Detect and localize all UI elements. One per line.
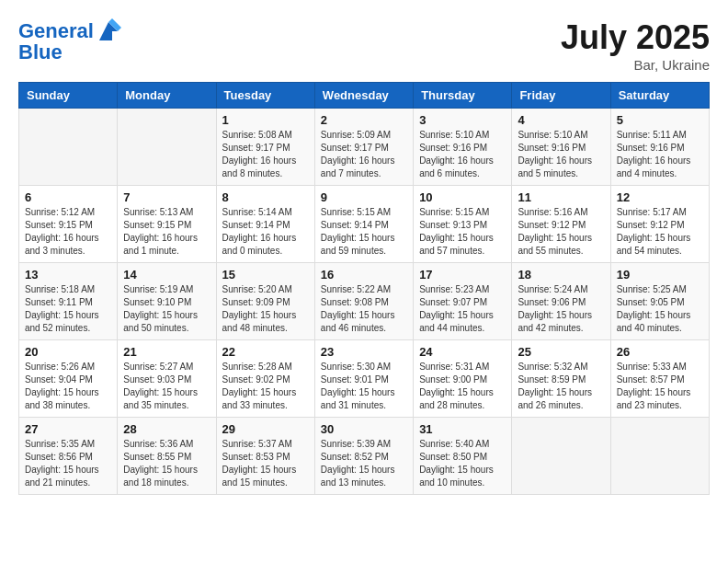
- day-info: Sunrise: 5:33 AM Sunset: 8:57 PM Dayligh…: [617, 361, 703, 412]
- weekday-header-friday: Friday: [512, 83, 610, 109]
- day-number: 5: [617, 113, 703, 127]
- day-info: Sunrise: 5:10 AM Sunset: 9:16 PM Dayligh…: [419, 129, 506, 180]
- calendar-cell: 10Sunrise: 5:15 AM Sunset: 9:13 PM Dayli…: [414, 186, 512, 263]
- day-number: 3: [419, 113, 506, 127]
- day-info: Sunrise: 5:39 AM Sunset: 8:52 PM Dayligh…: [321, 438, 407, 489]
- calendar-cell: 5Sunrise: 5:11 AM Sunset: 9:16 PM Daylig…: [610, 109, 709, 186]
- day-info: Sunrise: 5:31 AM Sunset: 9:00 PM Dayligh…: [419, 361, 506, 412]
- day-info: Sunrise: 5:36 AM Sunset: 8:55 PM Dayligh…: [123, 438, 210, 489]
- logo-icon: [96, 18, 121, 44]
- calendar-cell: 22Sunrise: 5:28 AM Sunset: 9:02 PM Dayli…: [216, 340, 314, 418]
- calendar-cell: 20Sunrise: 5:26 AM Sunset: 9:04 PM Dayli…: [19, 340, 118, 418]
- day-info: Sunrise: 5:16 AM Sunset: 9:12 PM Dayligh…: [518, 206, 604, 258]
- day-number: 13: [25, 268, 111, 282]
- day-number: 7: [123, 190, 210, 204]
- calendar-cell: 19Sunrise: 5:25 AM Sunset: 9:05 PM Dayli…: [610, 263, 709, 340]
- calendar-cell: 31Sunrise: 5:40 AM Sunset: 8:50 PM Dayli…: [414, 418, 512, 495]
- calendar-cell: 14Sunrise: 5:19 AM Sunset: 9:10 PM Dayli…: [118, 263, 216, 340]
- calendar-cell: [610, 418, 709, 495]
- day-number: 24: [419, 345, 506, 359]
- calendar-cell: 30Sunrise: 5:39 AM Sunset: 8:52 PM Dayli…: [314, 418, 413, 495]
- calendar-cell: 12Sunrise: 5:17 AM Sunset: 9:12 PM Dayli…: [610, 186, 709, 263]
- day-number: 10: [419, 190, 506, 204]
- day-number: 2: [321, 113, 407, 127]
- calendar-cell: 8Sunrise: 5:14 AM Sunset: 9:14 PM Daylig…: [216, 186, 314, 263]
- day-number: 29: [222, 422, 309, 436]
- day-info: Sunrise: 5:13 AM Sunset: 9:15 PM Dayligh…: [123, 206, 210, 258]
- calendar-week-3: 13Sunrise: 5:18 AM Sunset: 9:11 PM Dayli…: [19, 263, 710, 340]
- calendar-cell: 28Sunrise: 5:36 AM Sunset: 8:55 PM Dayli…: [118, 418, 216, 495]
- day-info: Sunrise: 5:15 AM Sunset: 9:14 PM Dayligh…: [321, 206, 407, 258]
- day-info: Sunrise: 5:19 AM Sunset: 9:10 PM Dayligh…: [123, 283, 210, 335]
- calendar-cell: [19, 109, 118, 186]
- day-info: Sunrise: 5:11 AM Sunset: 9:16 PM Dayligh…: [617, 129, 703, 180]
- day-info: Sunrise: 5:40 AM Sunset: 8:50 PM Dayligh…: [419, 438, 506, 489]
- day-number: 23: [321, 345, 407, 359]
- day-number: 15: [222, 268, 309, 282]
- location: Bar, Ukraine: [561, 57, 710, 73]
- logo-text: General: [18, 20, 94, 42]
- day-number: 8: [222, 190, 309, 204]
- day-info: Sunrise: 5:35 AM Sunset: 8:56 PM Dayligh…: [25, 438, 111, 489]
- day-number: 26: [617, 345, 703, 359]
- calendar-cell: 11Sunrise: 5:16 AM Sunset: 9:12 PM Dayli…: [512, 186, 610, 263]
- page-header: General Blue July 2025 Bar, Ukraine: [18, 18, 710, 73]
- day-info: Sunrise: 5:09 AM Sunset: 9:17 PM Dayligh…: [321, 129, 407, 180]
- day-number: 16: [321, 268, 407, 282]
- calendar-cell: 4Sunrise: 5:10 AM Sunset: 9:16 PM Daylig…: [512, 109, 610, 186]
- day-info: Sunrise: 5:26 AM Sunset: 9:04 PM Dayligh…: [25, 361, 111, 412]
- day-info: Sunrise: 5:20 AM Sunset: 9:09 PM Dayligh…: [222, 283, 309, 335]
- day-number: 28: [123, 422, 210, 436]
- logo-general: General: [18, 19, 94, 42]
- calendar-cell: 29Sunrise: 5:37 AM Sunset: 8:53 PM Dayli…: [216, 418, 314, 495]
- calendar-cell: 17Sunrise: 5:23 AM Sunset: 9:07 PM Dayli…: [414, 263, 512, 340]
- day-info: Sunrise: 5:14 AM Sunset: 9:14 PM Dayligh…: [222, 206, 309, 258]
- calendar-cell: 9Sunrise: 5:15 AM Sunset: 9:14 PM Daylig…: [314, 186, 413, 263]
- day-number: 21: [123, 345, 210, 359]
- day-info: Sunrise: 5:17 AM Sunset: 9:12 PM Dayligh…: [617, 206, 703, 258]
- calendar-week-4: 20Sunrise: 5:26 AM Sunset: 9:04 PM Dayli…: [19, 340, 710, 418]
- day-info: Sunrise: 5:28 AM Sunset: 9:02 PM Dayligh…: [222, 361, 309, 412]
- weekday-header-tuesday: Tuesday: [216, 83, 314, 109]
- day-number: 22: [222, 345, 309, 359]
- calendar-body: 1Sunrise: 5:08 AM Sunset: 9:17 PM Daylig…: [19, 109, 710, 495]
- calendar-cell: 3Sunrise: 5:10 AM Sunset: 9:16 PM Daylig…: [414, 109, 512, 186]
- day-number: 11: [518, 190, 604, 204]
- day-number: 30: [321, 422, 407, 436]
- day-info: Sunrise: 5:25 AM Sunset: 9:05 PM Dayligh…: [617, 283, 703, 335]
- calendar-cell: 23Sunrise: 5:30 AM Sunset: 9:01 PM Dayli…: [314, 340, 413, 418]
- day-info: Sunrise: 5:08 AM Sunset: 9:17 PM Dayligh…: [222, 129, 309, 180]
- day-number: 25: [518, 345, 604, 359]
- day-number: 17: [419, 268, 506, 282]
- calendar-cell: 15Sunrise: 5:20 AM Sunset: 9:09 PM Dayli…: [216, 263, 314, 340]
- calendar-table: SundayMondayTuesdayWednesdayThursdayFrid…: [18, 82, 710, 495]
- day-info: Sunrise: 5:12 AM Sunset: 9:15 PM Dayligh…: [25, 206, 111, 258]
- calendar-cell: 13Sunrise: 5:18 AM Sunset: 9:11 PM Dayli…: [19, 263, 118, 340]
- day-number: 9: [321, 190, 407, 204]
- day-info: Sunrise: 5:30 AM Sunset: 9:01 PM Dayligh…: [321, 361, 407, 412]
- day-info: Sunrise: 5:32 AM Sunset: 8:59 PM Dayligh…: [518, 361, 604, 412]
- calendar-cell: [512, 418, 610, 495]
- day-info: Sunrise: 5:10 AM Sunset: 9:16 PM Dayligh…: [518, 129, 604, 180]
- weekday-header-sunday: Sunday: [19, 83, 118, 109]
- weekday-header-wednesday: Wednesday: [314, 83, 413, 109]
- day-number: 19: [617, 268, 703, 282]
- day-info: Sunrise: 5:24 AM Sunset: 9:06 PM Dayligh…: [518, 283, 604, 335]
- calendar-cell: [118, 109, 216, 186]
- day-info: Sunrise: 5:22 AM Sunset: 9:08 PM Dayligh…: [321, 283, 407, 335]
- calendar-cell: 1Sunrise: 5:08 AM Sunset: 9:17 PM Daylig…: [216, 109, 314, 186]
- calendar-week-2: 6Sunrise: 5:12 AM Sunset: 9:15 PM Daylig…: [19, 186, 710, 263]
- weekday-header-row: SundayMondayTuesdayWednesdayThursdayFrid…: [19, 83, 710, 109]
- month-year: July 2025: [561, 18, 710, 57]
- calendar-cell: 26Sunrise: 5:33 AM Sunset: 8:57 PM Dayli…: [610, 340, 709, 418]
- calendar-cell: 7Sunrise: 5:13 AM Sunset: 9:15 PM Daylig…: [118, 186, 216, 263]
- day-info: Sunrise: 5:37 AM Sunset: 8:53 PM Dayligh…: [222, 438, 309, 489]
- calendar-cell: 6Sunrise: 5:12 AM Sunset: 9:15 PM Daylig…: [19, 186, 118, 263]
- day-number: 12: [617, 190, 703, 204]
- day-number: 20: [25, 345, 111, 359]
- day-number: 18: [518, 268, 604, 282]
- weekday-header-saturday: Saturday: [610, 83, 709, 109]
- title-block: July 2025 Bar, Ukraine: [561, 18, 710, 73]
- calendar-cell: 27Sunrise: 5:35 AM Sunset: 8:56 PM Dayli…: [19, 418, 118, 495]
- calendar-cell: 16Sunrise: 5:22 AM Sunset: 9:08 PM Dayli…: [314, 263, 413, 340]
